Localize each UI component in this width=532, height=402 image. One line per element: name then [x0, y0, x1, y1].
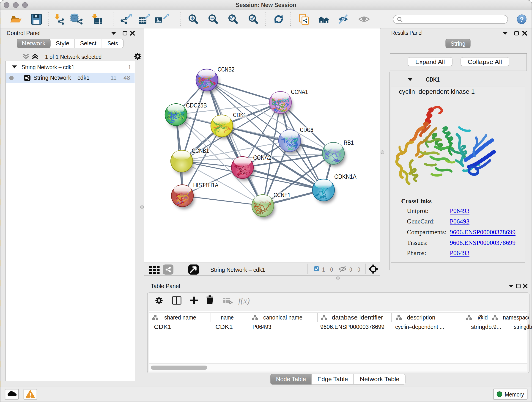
svg-text:namespace: namespace [503, 314, 531, 321]
svg-text:Table Panel: Table Panel [151, 283, 180, 289]
svg-text:11: 11 [110, 74, 117, 81]
svg-text:CCNA2: CCNA2 [253, 154, 271, 161]
svg-text:name: name [221, 314, 234, 321]
svg-text:Network: Network [22, 40, 46, 47]
svg-text:GeneCard:: GeneCard: [407, 218, 435, 225]
svg-text:shared name: shared name [164, 314, 196, 321]
svg-text:description: description [407, 314, 435, 321]
svg-text:CCNB2: CCNB2 [218, 66, 234, 73]
svg-text:Collapse All: Collapse All [468, 58, 502, 65]
svg-text:Uniprot:: Uniprot: [407, 207, 429, 214]
svg-text:Pharos:: Pharos: [407, 249, 426, 256]
svg-text:Sets: Sets [108, 40, 118, 47]
svg-text:CCNA1: CCNA1 [291, 88, 308, 95]
svg-text:String Network – cdk1: String Network – cdk1 [22, 64, 75, 70]
svg-text:Edge Table: Edge Table [317, 376, 348, 383]
svg-text:CDK1: CDK1 [215, 323, 233, 330]
svg-text:canonical name: canonical name [263, 314, 302, 321]
svg-text:48: 48 [123, 74, 130, 81]
svg-text:1 of 1 Network selected: 1 of 1 Network selected [45, 53, 102, 60]
svg-text:CDK1: CDK1 [154, 323, 171, 330]
svg-text:String Network – cdk1: String Network – cdk1 [210, 266, 265, 273]
svg-text:@id: @id [478, 314, 488, 321]
svg-text:P06493: P06493 [450, 218, 469, 225]
svg-text:Control Panel: Control Panel [7, 30, 41, 36]
svg-text:1: 1 [128, 64, 131, 70]
svg-text:Node Table: Node Table [276, 376, 306, 383]
svg-text:HIST1H1A: HIST1H1A [193, 182, 218, 189]
svg-text:Tissues:: Tissues: [407, 239, 428, 246]
svg-text:CCNB1: CCNB1 [192, 147, 209, 154]
svg-text:CDC6: CDC6 [300, 126, 313, 133]
svg-text:?: ? [520, 16, 524, 23]
svg-text:1 – 0: 1 – 0 [322, 266, 333, 273]
svg-text:Select: Select [80, 40, 97, 47]
svg-text:Network Table: Network Table [360, 376, 399, 383]
svg-text:0 – 0: 0 – 0 [349, 266, 360, 273]
svg-text:cyclin–dependent ...: cyclin–dependent ... [395, 323, 444, 330]
svg-text:CrossLinks: CrossLinks [401, 198, 432, 205]
svg-text:Compartments:: Compartments: [407, 229, 447, 236]
svg-text:9606.ENSP00000378699: 9606.ENSP00000378699 [320, 323, 385, 330]
svg-text:9606.ENSP00000378699: 9606.ENSP00000378699 [450, 229, 515, 236]
svg-text:Results Panel: Results Panel [391, 30, 423, 36]
svg-text:stringdb: stringdb [514, 323, 532, 330]
svg-text:Memory: Memory [505, 391, 524, 398]
svg-text:CDKN1A: CDKN1A [334, 173, 356, 180]
svg-text:P06493: P06493 [450, 249, 469, 256]
svg-text:Expand All: Expand All [415, 58, 445, 65]
svg-text:CDK1: CDK1 [426, 76, 440, 83]
svg-text:Style: Style [56, 40, 70, 47]
svg-text:Session: New Session: Session: New Session [236, 2, 296, 8]
svg-text:String Network – cdk1: String Network – cdk1 [33, 74, 89, 81]
svg-text:CDC25B: CDC25B [186, 102, 207, 109]
svg-text:String: String [451, 40, 466, 47]
svg-text:CDK1: CDK1 [233, 111, 246, 119]
svg-text:RB1: RB1 [344, 139, 354, 146]
svg-text:P06493: P06493 [253, 323, 271, 330]
svg-text:database identifier: database identifier [332, 314, 383, 321]
svg-text:f(x): f(x) [238, 296, 250, 305]
svg-text:P06493: P06493 [450, 207, 469, 214]
svg-text:CCNE1: CCNE1 [273, 191, 291, 198]
svg-text:cyclin–dependent kinase 1: cyclin–dependent kinase 1 [399, 88, 475, 95]
svg-text:stringdb:9...: stringdb:9... [471, 323, 501, 330]
svg-text:9606.ENSP00000378699: 9606.ENSP00000378699 [450, 239, 515, 246]
